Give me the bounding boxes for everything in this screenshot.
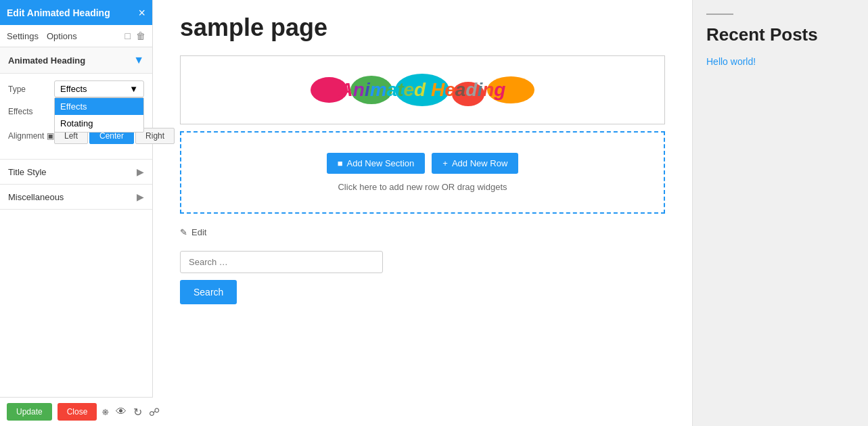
- animated-heading-arrow: ▼: [133, 54, 144, 66]
- animated-heading-box: Animated Heading: [180, 55, 665, 124]
- right-sidebar: Recent Posts Hello world!: [692, 0, 868, 426]
- add-row-icon: +: [442, 158, 448, 168]
- search-input[interactable]: [180, 251, 383, 273]
- dropdown-option-rotating[interactable]: Rotating: [55, 115, 143, 132]
- char-A: A: [340, 79, 353, 100]
- desktop-icon[interactable]: ⎈: [102, 406, 109, 419]
- miscellaneous-label: Miscellaneous: [8, 192, 64, 202]
- main-content: sample page Animated Heading: [153, 0, 692, 426]
- animated-heading-container: Animated Heading: [194, 70, 651, 110]
- sidebar-divider: [706, 14, 733, 15]
- bottom-icons: ⎈ 👁 ↻ ☍: [102, 406, 160, 419]
- sitemap-icon[interactable]: ☍: [149, 406, 160, 419]
- animated-heading-label: Animated Heading: [8, 55, 85, 66]
- animated-heading-text: Animated Heading: [340, 79, 506, 101]
- type-control: Effects ▼ Effects Rotating: [54, 80, 144, 97]
- main-and-sidebar: sample page Animated Heading: [153, 0, 868, 426]
- type-label: Type: [8, 85, 54, 94]
- type-dropdown-menu: Effects Rotating: [54, 97, 144, 133]
- effects-label: Effects: [8, 107, 54, 116]
- update-button[interactable]: Update: [7, 403, 52, 421]
- search-area: Search: [180, 251, 383, 304]
- tab-icons: □ 🗑: [125, 30, 145, 41]
- type-dropdown-arrow: ▼: [129, 84, 138, 94]
- recent-post-link[interactable]: Hello world!: [706, 56, 756, 67]
- panel-tabs: Settings Options □ 🗑: [0, 25, 152, 47]
- monitor-icon: ▣: [47, 131, 54, 141]
- blobs-row: Animated Heading: [194, 70, 651, 110]
- add-section-icon: ■: [338, 158, 343, 168]
- copy-icon[interactable]: □: [125, 30, 131, 41]
- delete-icon[interactable]: 🗑: [136, 30, 145, 41]
- add-section-hint: Click here to add new row OR drag widget…: [195, 182, 650, 192]
- title-style-label: Title Style: [8, 167, 47, 177]
- miscellaneous-section[interactable]: Miscellaneous ▶: [0, 185, 152, 210]
- history-icon[interactable]: ↻: [133, 406, 142, 419]
- alignment-label: Alignment ▣: [8, 131, 54, 141]
- add-section-buttons: ■ Add New Section + Add New Row: [195, 153, 650, 174]
- left-panel: Edit Animated Heading × Settings Options…: [0, 0, 153, 426]
- panel-title: Edit Animated Heading: [7, 7, 110, 18]
- tab-settings[interactable]: Settings: [7, 31, 39, 41]
- type-dropdown-button[interactable]: Effects ▼: [54, 80, 144, 97]
- dropdown-option-effects[interactable]: Effects: [55, 98, 143, 115]
- animated-heading-section-header[interactable]: Animated Heading ▼: [0, 47, 152, 74]
- edit-row[interactable]: ✎ Edit: [180, 227, 665, 237]
- edit-pencil-icon: ✎: [180, 227, 187, 237]
- add-new-section-button[interactable]: ■ Add New Section: [327, 153, 426, 174]
- title-style-arrow: ▶: [137, 166, 144, 177]
- miscellaneous-arrow: ▶: [137, 191, 144, 202]
- panel-close-button[interactable]: ×: [138, 7, 145, 19]
- panel-header: Edit Animated Heading ×: [0, 0, 152, 25]
- search-button[interactable]: Search: [180, 280, 237, 304]
- close-bar-button[interactable]: Close: [58, 403, 97, 421]
- add-new-row-button[interactable]: + Add New Row: [432, 153, 518, 174]
- title-style-section[interactable]: Title Style ▶: [0, 160, 152, 185]
- eye-icon[interactable]: 👁: [116, 406, 127, 419]
- recent-posts-title: Recent Posts: [706, 24, 854, 45]
- tab-options[interactable]: Options: [47, 31, 77, 41]
- type-row: Type Effects ▼ Effects Rotating: [8, 80, 144, 97]
- edit-label: Edit: [191, 227, 206, 237]
- add-section-box[interactable]: ■ Add New Section + Add New Row Click he…: [180, 131, 665, 214]
- section-body: Type Effects ▼ Effects Rotating Effects …: [0, 74, 152, 160]
- page-title: sample page: [180, 14, 665, 42]
- bottom-bar: Update Close ⎈ 👁 ↻ ☍: [0, 397, 153, 426]
- type-dropdown-value: Effects: [60, 84, 87, 94]
